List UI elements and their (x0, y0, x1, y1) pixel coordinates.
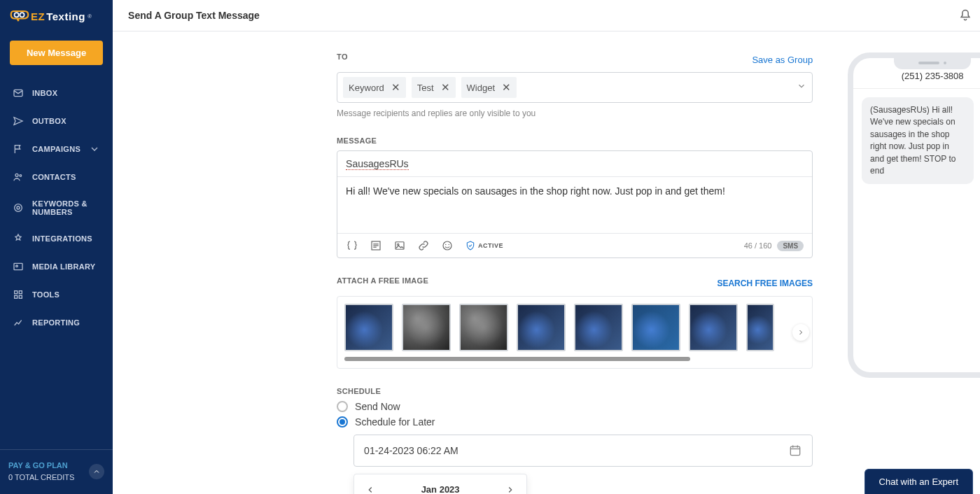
radio-send-now[interactable]: Send Now (337, 401, 813, 412)
chevron-down-icon[interactable] (797, 81, 806, 94)
link-icon[interactable] (417, 239, 430, 252)
sidebar-item-label: REPORTING (32, 318, 80, 327)
radio-icon (337, 416, 348, 428)
sidebar-item-label: KEYWORDS & NUMBERS (32, 199, 100, 216)
sidebar-item-integrations[interactable]: INTEGRATIONS (0, 225, 113, 253)
image-icon[interactable] (393, 239, 406, 252)
sidebar-item-outbox[interactable]: OUTBOX (0, 107, 113, 135)
sidebar-item-label: MEDIA LIBRARY (32, 262, 95, 271)
message-subject-text: SausagesRUs (346, 158, 409, 170)
sidebar-item-label: OUTBOX (32, 117, 66, 125)
sidebar-item-keywords[interactable]: KEYWORDS & NUMBERS (0, 191, 113, 225)
emoji-icon[interactable] (441, 239, 454, 252)
svg-rect-9 (15, 291, 18, 294)
chevron-up-icon (89, 464, 104, 479)
cal-prev-button[interactable] (365, 485, 375, 495)
chip-remove-icon[interactable]: ✕ (391, 81, 400, 94)
logo[interactable]: EZTexting® (0, 0, 113, 31)
grid-icon (13, 289, 24, 300)
svg-point-0 (15, 13, 19, 17)
schedule-label: SCHEDULE (337, 387, 813, 395)
attach-label: ATTACH A FREE IMAGE (337, 276, 428, 285)
sidebar-item-label: CAMPAIGNS (32, 145, 80, 153)
sidebar-item-media[interactable]: MEDIA LIBRARY (0, 253, 113, 281)
svg-rect-10 (19, 291, 22, 294)
chip-label: Test (417, 83, 434, 93)
svg-rect-26 (790, 446, 799, 456)
svg-point-24 (445, 244, 447, 246)
char-count: 46 / 160 (744, 241, 772, 250)
sidebar-item-reporting[interactable]: REPORTING (0, 309, 113, 337)
phone-notch (894, 57, 971, 69)
to-label: TO (337, 52, 348, 61)
preview-message-bubble: (SausagesRUs) Hi all! We've new specials… (862, 97, 974, 184)
gallery-next-button[interactable] (792, 324, 809, 341)
search-free-images-link[interactable]: SEARCH FREE IMAGES (717, 278, 813, 288)
message-subject-input[interactable]: SausagesRUs (337, 151, 812, 177)
sidebar-item-label: CONTACTS (32, 173, 76, 181)
cal-next-button[interactable] (505, 485, 515, 495)
brand-text1: EZ (31, 10, 45, 22)
chip-remove-icon[interactable]: ✕ (441, 81, 450, 94)
topbar: Send A Group Text Message (113, 0, 980, 31)
flag-icon (13, 143, 24, 155)
gallery-scrollbar[interactable] (344, 357, 690, 361)
svg-rect-12 (19, 295, 22, 298)
plan-box[interactable]: PAY & GO PLAN 0 TOTAL CREDITS (0, 449, 113, 494)
shield-check-icon (465, 240, 476, 251)
image-thumb[interactable] (631, 304, 680, 351)
calendar-popup: Jan 2023 Su Mo Tu We Th Fr Sa (354, 474, 527, 494)
template-icon[interactable] (370, 239, 382, 252)
calendar-icon (788, 444, 802, 458)
compliance-active-badge[interactable]: ACTIVE (465, 240, 503, 251)
plan-name: PAY & GO PLAN (8, 460, 74, 472)
sidebar-item-campaigns[interactable]: CAMPAIGNS (0, 135, 113, 163)
radio-schedule-later[interactable]: Schedule for Later (337, 416, 813, 428)
sidebar-item-label: TOOLS (32, 290, 59, 299)
schedule-datetime-input[interactable]: 01-24-2023 06:22 AM (354, 435, 813, 467)
message-label: MESSAGE (337, 136, 813, 145)
message-toolbar: ACTIVE 46 / 160 SMS (337, 233, 812, 257)
image-thumb[interactable] (517, 304, 566, 351)
cal-month-year: Jan 2023 (421, 484, 460, 494)
svg-point-23 (443, 241, 451, 250)
plan-credits: 0 TOTAL CREDITS (8, 472, 74, 484)
datetime-value: 01-24-2023 06:22 AM (364, 445, 458, 456)
svg-point-5 (15, 204, 22, 212)
to-input[interactable]: Keyword ✕ Test ✕ Widget ✕ (337, 72, 813, 103)
sidebar-item-label: INBOX (32, 89, 57, 97)
image-thumb[interactable] (574, 304, 623, 351)
phone-preview: (251) 235-3808 (SausagesRUs) Hi all! We'… (848, 52, 980, 378)
nav: INBOX OUTBOX CAMPAIGNS CONTACTS KEYWORDS… (0, 75, 113, 449)
image-thumb[interactable] (344, 304, 393, 351)
chat-widget-button[interactable]: Chat with an Expert (864, 469, 973, 494)
image-thumb[interactable] (459, 304, 508, 351)
image-thumb[interactable] (689, 304, 738, 351)
brand-text2: Texting (46, 10, 85, 22)
new-message-button[interactable]: New Message (10, 41, 103, 65)
sidebar-item-tools[interactable]: TOOLS (0, 281, 113, 309)
braces-icon[interactable] (346, 239, 358, 252)
message-body-input[interactable]: Hi all! We've new specials on sausages i… (337, 177, 812, 233)
recipient-chip: Widget ✕ (461, 77, 517, 98)
sidebar-item-inbox[interactable]: INBOX (0, 79, 113, 107)
sidebar: EZTexting® New Message INBOX OUTBOX CAMP… (0, 0, 113, 494)
recipient-chip: Test ✕ (412, 77, 456, 98)
recipient-chip: Keyword ✕ (343, 77, 406, 98)
bell-icon[interactable] (958, 8, 972, 22)
svg-rect-11 (15, 295, 18, 298)
chip-remove-icon[interactable]: ✕ (502, 81, 511, 94)
svg-point-6 (17, 206, 20, 209)
image-thumb[interactable] (746, 304, 774, 351)
save-as-group-link[interactable]: Save as Group (752, 55, 813, 65)
brand-icon (10, 8, 29, 24)
page-title: Send A Group Text Message (128, 10, 260, 21)
sidebar-item-contacts[interactable]: CONTACTS (0, 163, 113, 191)
svg-point-1 (20, 13, 24, 17)
contacts-icon (13, 171, 24, 183)
chip-label: Keyword (349, 83, 384, 93)
media-icon (13, 261, 24, 272)
radio-icon (337, 401, 348, 412)
image-thumb[interactable] (402, 304, 451, 351)
svg-point-8 (16, 265, 18, 267)
